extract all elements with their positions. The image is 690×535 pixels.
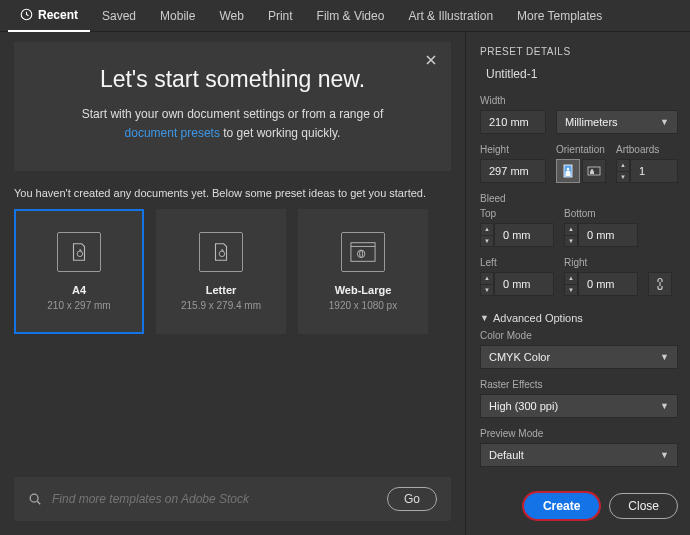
height-input[interactable]: 297 mm [480, 159, 546, 183]
tab-web[interactable]: Web [207, 1, 255, 31]
svg-point-2 [219, 251, 225, 257]
search-row: Go [14, 477, 451, 521]
preset-cards: A4 210 x 297 mm Letter 215.9 x 279.4 mm … [14, 209, 451, 334]
tab-label: Recent [38, 8, 78, 22]
hero-banner: Let's start something new. Start with yo… [14, 42, 451, 171]
preview-mode-dropdown[interactable]: Default▼ [480, 443, 678, 467]
preset-card-letter[interactable]: Letter 215.9 x 279.4 mm [156, 209, 286, 334]
artboards-label: Artboards [616, 144, 678, 155]
artboards-input[interactable]: 1 [630, 159, 678, 183]
bleed-left-input[interactable]: 0 mm [494, 272, 554, 296]
advanced-options-toggle[interactable]: ▼ Advanced Options [480, 312, 678, 324]
bleed-top-input[interactable]: 0 mm [494, 223, 554, 247]
preset-details-panel: PRESET DETAILS Untitled-1 Width 210 mm M… [465, 32, 690, 535]
right-label: Right [564, 257, 638, 268]
top-label: Top [480, 208, 554, 219]
chevron-down-icon: ▼ [660, 401, 669, 411]
footer-buttons: Create Close [480, 479, 678, 535]
width-label: Width [480, 95, 678, 106]
left-label: Left [480, 257, 554, 268]
svg-point-10 [567, 168, 570, 171]
tab-more-templates[interactable]: More Templates [505, 1, 614, 31]
raster-effects-label: Raster Effects [480, 379, 678, 390]
page-icon [199, 232, 243, 272]
create-button[interactable]: Create [524, 493, 599, 519]
search-input[interactable] [52, 492, 377, 506]
go-button[interactable]: Go [387, 487, 437, 511]
width-input[interactable]: 210 mm [480, 110, 546, 134]
close-button[interactable]: Close [609, 493, 678, 519]
bleed-label: Bleed [480, 193, 678, 204]
chevron-down-icon: ▼ [660, 450, 669, 460]
preset-details-title: PRESET DETAILS [480, 46, 678, 57]
preview-mode-label: Preview Mode [480, 428, 678, 439]
svg-point-5 [357, 251, 364, 258]
right-stepper[interactable]: ▲▼ [564, 272, 578, 296]
tab-saved[interactable]: Saved [90, 1, 148, 31]
preset-card-web-large[interactable]: Web-Large 1920 x 1080 px [298, 209, 428, 334]
chevron-down-icon: ▼ [660, 352, 669, 362]
search-icon [28, 492, 42, 506]
orientation-label: Orientation [556, 144, 606, 155]
bleed-right-input[interactable]: 0 mm [578, 272, 638, 296]
svg-line-8 [37, 501, 40, 504]
link-bleed-icon[interactable] [648, 272, 672, 296]
color-mode-label: Color Mode [480, 330, 678, 341]
left-panel: Let's start something new. Start with yo… [0, 32, 465, 535]
preset-ideas-subhead: You haven't created any documents yet. B… [14, 187, 451, 199]
tab-recent[interactable]: Recent [8, 0, 90, 32]
card-dimensions: 215.9 x 279.4 mm [181, 300, 261, 311]
bottom-stepper[interactable]: ▲▼ [564, 223, 578, 247]
card-title: Web-Large [335, 284, 392, 296]
card-title: A4 [72, 284, 86, 296]
tab-art-illustration[interactable]: Art & Illustration [396, 1, 505, 31]
close-icon[interactable] [421, 50, 441, 70]
card-dimensions: 1920 x 1080 px [329, 300, 397, 311]
tab-mobile[interactable]: Mobile [148, 1, 207, 31]
svg-point-1 [77, 251, 83, 257]
chevron-down-icon: ▼ [480, 313, 489, 323]
tab-film-video[interactable]: Film & Video [305, 1, 397, 31]
card-dimensions: 210 x 297 mm [47, 300, 110, 311]
orientation-portrait[interactable] [556, 159, 580, 183]
orientation-landscape[interactable] [582, 159, 606, 183]
artboards-stepper[interactable]: ▲▼ [616, 159, 630, 183]
document-presets-link[interactable]: document presets [125, 126, 220, 140]
bottom-label: Bottom [564, 208, 638, 219]
height-label: Height [480, 144, 546, 155]
page-icon [57, 232, 101, 272]
left-stepper[interactable]: ▲▼ [480, 272, 494, 296]
hero-title: Let's start something new. [38, 66, 427, 93]
bleed-bottom-input[interactable]: 0 mm [578, 223, 638, 247]
color-mode-dropdown[interactable]: CMYK Color▼ [480, 345, 678, 369]
raster-effects-dropdown[interactable]: High (300 ppi)▼ [480, 394, 678, 418]
tab-print[interactable]: Print [256, 1, 305, 31]
units-dropdown[interactable]: Millimeters ▼ [556, 110, 678, 134]
web-icon [341, 232, 385, 272]
svg-rect-3 [351, 243, 375, 262]
svg-point-6 [360, 251, 363, 258]
clock-icon [20, 8, 33, 21]
hero-subtitle: Start with your own document settings or… [38, 105, 427, 143]
svg-point-7 [30, 494, 38, 502]
preset-name[interactable]: Untitled-1 [486, 67, 678, 81]
top-stepper[interactable]: ▲▼ [480, 223, 494, 247]
chevron-down-icon: ▼ [660, 117, 669, 127]
preset-card-a4[interactable]: A4 210 x 297 mm [14, 209, 144, 334]
card-title: Letter [206, 284, 237, 296]
tabs-bar: Recent Saved Mobile Web Print Film & Vid… [0, 0, 690, 32]
